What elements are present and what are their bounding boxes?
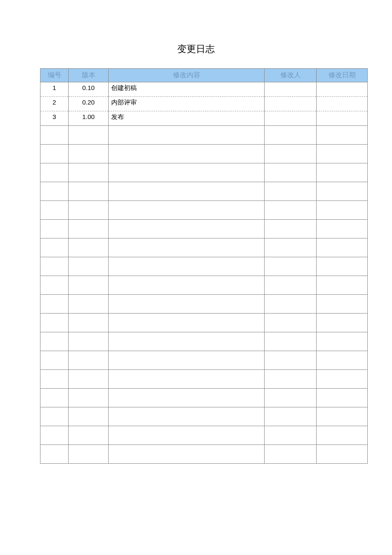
table-row: 20.20内部评审 [40,97,368,111]
cell-empty [109,126,265,145]
table-row-empty [40,238,368,257]
table-header-row: 编号 版本 修改内容 修改人 修改日期 [40,69,368,82]
cell-empty [40,126,69,145]
cell-empty [69,407,109,426]
cell-empty [317,314,368,332]
table-row-empty [40,351,368,370]
table-row-empty [40,426,368,445]
cell-empty [265,163,317,182]
table-row-empty [40,276,368,295]
cell-empty [69,163,109,182]
cell-empty [317,201,368,220]
cell-empty [109,370,265,389]
cell-empty [109,426,265,445]
cell-num: 2 [40,97,69,111]
cell-empty [69,351,109,370]
cell-empty [69,276,109,295]
cell-empty [40,276,69,295]
cell-empty [109,314,265,332]
table-row: 31.00发布 [40,111,368,126]
cell-empty [109,220,265,238]
cell-empty [265,257,317,276]
cell-empty [69,314,109,332]
cell-empty [40,201,69,220]
table-row: 10.10创建初稿 [40,82,368,97]
table-row-empty [40,389,368,407]
cell-empty [40,370,69,389]
header-version: 版本 [69,69,109,82]
cell-empty [109,257,265,276]
cell-empty [265,426,317,445]
table-row-empty [40,445,368,464]
cell-empty [109,145,265,163]
cell-empty [265,220,317,238]
table-row-empty [40,257,368,276]
cell-empty [40,295,69,314]
cell-empty [265,182,317,201]
table-row-empty [40,407,368,426]
cell-empty [109,182,265,201]
table-row-empty [40,332,368,351]
cell-date [317,97,368,111]
cell-empty [265,445,317,464]
table-row-empty [40,182,368,201]
cell-empty [40,220,69,238]
cell-empty [317,276,368,295]
cell-empty [265,314,317,332]
cell-empty [265,407,317,426]
cell-empty [69,220,109,238]
header-date: 修改日期 [317,69,368,82]
cell-empty [69,426,109,445]
cell-empty [265,201,317,220]
cell-version: 0.10 [69,82,109,97]
cell-empty [265,332,317,351]
changelog-table: 编号 版本 修改内容 修改人 修改日期 10.10创建初稿20.20内部评审31… [40,68,368,464]
table-row-empty [40,314,368,332]
header-content: 修改内容 [109,69,265,82]
cell-empty [109,389,265,407]
table-row-empty [40,163,368,182]
cell-empty [40,332,69,351]
cell-empty [40,182,69,201]
table-row-empty [40,201,368,220]
cell-empty [40,314,69,332]
cell-empty [69,332,109,351]
cell-empty [69,370,109,389]
table-body: 10.10创建初稿20.20内部评审31.00发布 [40,82,368,464]
cell-empty [317,370,368,389]
cell-version: 1.00 [69,111,109,126]
cell-empty [317,332,368,351]
header-num: 编号 [40,69,69,82]
cell-version: 0.20 [69,97,109,111]
cell-date [317,82,368,97]
cell-empty [40,445,69,464]
cell-author [265,111,317,126]
cell-empty [265,238,317,257]
cell-empty [265,295,317,314]
page-title: 变更日志 [0,43,392,55]
cell-empty [265,126,317,145]
cell-empty [109,332,265,351]
cell-empty [40,238,69,257]
cell-empty [109,407,265,426]
header-author: 修改人 [265,69,317,82]
cell-empty [317,182,368,201]
table-row-empty [40,220,368,238]
cell-empty [317,238,368,257]
cell-empty [109,445,265,464]
cell-num: 3 [40,111,69,126]
cell-empty [69,295,109,314]
cell-empty [265,276,317,295]
cell-author [265,82,317,97]
cell-empty [317,426,368,445]
cell-empty [317,445,368,464]
cell-empty [40,257,69,276]
cell-empty [109,238,265,257]
cell-empty [40,163,69,182]
cell-content: 内部评审 [109,97,265,111]
cell-empty [317,407,368,426]
cell-empty [40,145,69,163]
cell-empty [69,145,109,163]
cell-empty [317,145,368,163]
cell-empty [317,220,368,238]
